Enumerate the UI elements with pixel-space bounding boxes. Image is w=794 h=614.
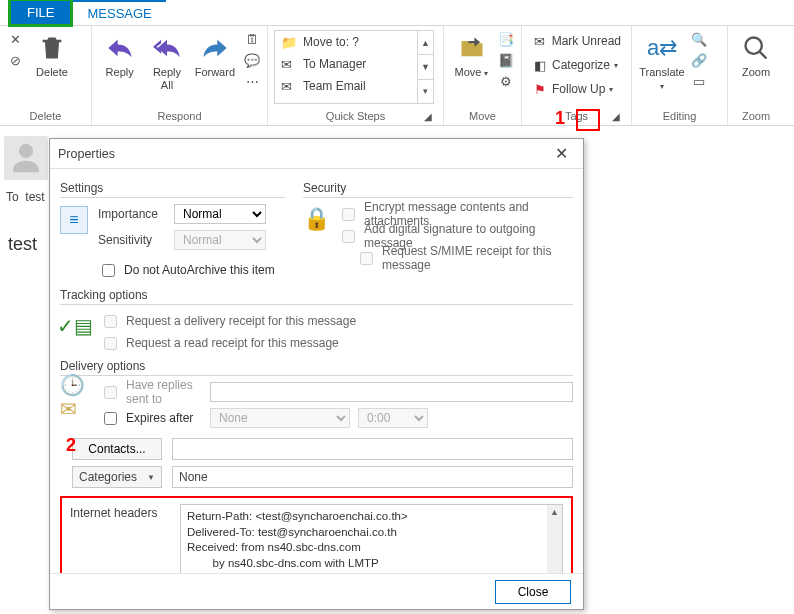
- categorize-button[interactable]: ◧Categorize▾: [528, 54, 625, 76]
- group-quicksteps: Quick Steps ◢: [274, 108, 437, 125]
- settings-icon: [60, 206, 88, 234]
- tracking-icon: ✓▤: [60, 311, 90, 341]
- quicksteps-launcher-icon[interactable]: ◢: [421, 109, 435, 123]
- contacts-field[interactable]: [172, 438, 573, 460]
- tab-file[interactable]: FILE: [8, 0, 73, 27]
- expire-time-select: 0:00: [358, 408, 428, 428]
- group-move: Move: [450, 108, 515, 125]
- annotation-label-1: 1: [555, 108, 565, 129]
- group-editing: Editing: [638, 108, 721, 125]
- mail-icon: ✉: [281, 57, 297, 72]
- delivery-icon: 🕒✉: [60, 382, 90, 412]
- contacts-button[interactable]: Contacts...: [72, 438, 162, 460]
- dialog-close-button[interactable]: ✕: [547, 143, 575, 165]
- have-replies-checkbox: [104, 386, 117, 399]
- group-delete: Delete: [6, 108, 85, 125]
- settings-heading: Settings: [60, 181, 285, 195]
- have-replies-input: [210, 382, 573, 402]
- team-icon: ✉: [281, 79, 297, 94]
- gallery-more-icon[interactable]: ▾: [418, 80, 433, 103]
- related-icon[interactable]: 🔗: [690, 51, 708, 69]
- forward-button[interactable]: Forward: [193, 30, 237, 79]
- dialog-title: Properties: [58, 147, 115, 161]
- sensitivity-label: Sensitivity: [98, 233, 166, 247]
- categorize-icon: ◧: [532, 57, 548, 73]
- junk-icon[interactable]: ⊘: [6, 51, 24, 69]
- quickstep-item[interactable]: 📁Move to: ?: [275, 31, 417, 53]
- sender-avatar: [4, 136, 48, 180]
- mark-unread-button[interactable]: ✉Mark Unread: [528, 30, 625, 52]
- im-icon[interactable]: 💬: [243, 51, 261, 69]
- categories-field: None: [172, 466, 573, 488]
- annotation-label-2: 2: [66, 435, 76, 456]
- quickstep-item[interactable]: ✉To Manager: [275, 53, 417, 75]
- group-zoom: Zoom: [734, 108, 778, 125]
- sensitivity-select: Normal: [174, 230, 266, 250]
- no-autoarchive-checkbox[interactable]: [102, 264, 115, 277]
- move-button[interactable]: Move ▾: [450, 30, 493, 79]
- no-autoarchive-label: Do not AutoArchive this item: [124, 263, 275, 277]
- security-heading: Security: [303, 181, 573, 195]
- to-value: test: [25, 190, 44, 204]
- expire-date-select: None: [210, 408, 350, 428]
- scroll-up-icon[interactable]: ▲: [550, 505, 559, 519]
- close-button[interactable]: Close: [495, 580, 571, 604]
- more-respond-icon[interactable]: ⋯: [243, 72, 261, 90]
- internet-headers-label: Internet headers: [70, 504, 170, 520]
- find-icon[interactable]: 🔍: [690, 30, 708, 48]
- actions-icon[interactable]: ⚙: [497, 72, 515, 90]
- onenote-icon[interactable]: 📓: [497, 51, 515, 69]
- gallery-up-icon[interactable]: ▲: [418, 31, 433, 55]
- delete-button[interactable]: Delete: [28, 30, 76, 79]
- svg-point-0: [746, 38, 762, 54]
- digsig-checkbox: [342, 230, 355, 243]
- lock-icon: 🔒: [303, 204, 330, 234]
- delivery-heading: Delivery options: [60, 359, 573, 373]
- meeting-icon[interactable]: 🗓: [243, 30, 261, 48]
- tab-message[interactable]: MESSAGE: [73, 0, 165, 25]
- translate-button[interactable]: a⇄ Translate▾: [638, 30, 686, 91]
- tags-launcher-icon[interactable]: ◢: [609, 109, 623, 123]
- importance-label: Importance: [98, 207, 166, 221]
- quickstep-item[interactable]: ✉Team Email: [275, 75, 417, 97]
- rules-icon[interactable]: 📑: [497, 30, 515, 48]
- reply-all-button[interactable]: Reply All: [145, 30, 188, 91]
- zoom-button[interactable]: Zoom: [734, 30, 778, 79]
- flag-icon: ⚑: [532, 81, 548, 97]
- group-respond: Respond: [98, 108, 261, 125]
- gallery-down-icon[interactable]: ▼: [418, 55, 433, 79]
- smime-checkbox: [360, 252, 373, 265]
- internet-headers-textbox[interactable]: Return-Path: <test@syncharoenchai.co.th>…: [180, 504, 563, 573]
- delivery-receipt-checkbox: [104, 315, 117, 328]
- folder-icon: 📁: [281, 35, 297, 50]
- group-tags: Tags ◢: [528, 108, 625, 125]
- select-icon[interactable]: ▭: [690, 72, 708, 90]
- internet-headers-section: Internet headers Return-Path: <test@sync…: [60, 496, 573, 573]
- encrypt-checkbox: [342, 208, 355, 221]
- properties-dialog: Properties ✕ Settings Importance Normal …: [49, 138, 584, 610]
- ignore-icon[interactable]: ✕: [6, 30, 24, 48]
- read-receipt-checkbox: [104, 337, 117, 350]
- tracking-heading: Tracking options: [60, 288, 573, 302]
- importance-select[interactable]: Normal: [174, 204, 266, 224]
- follow-up-button[interactable]: ⚑Follow Up▾: [528, 78, 625, 100]
- expires-checkbox[interactable]: [104, 412, 117, 425]
- categories-button[interactable]: Categories▼: [72, 466, 162, 488]
- to-label: To: [6, 190, 19, 204]
- quick-steps-gallery[interactable]: 📁Move to: ? ✉To Manager ✉Team Email ▲ ▼ …: [274, 30, 434, 104]
- reply-button[interactable]: Reply: [98, 30, 141, 79]
- envelope-icon: ✉: [532, 33, 548, 49]
